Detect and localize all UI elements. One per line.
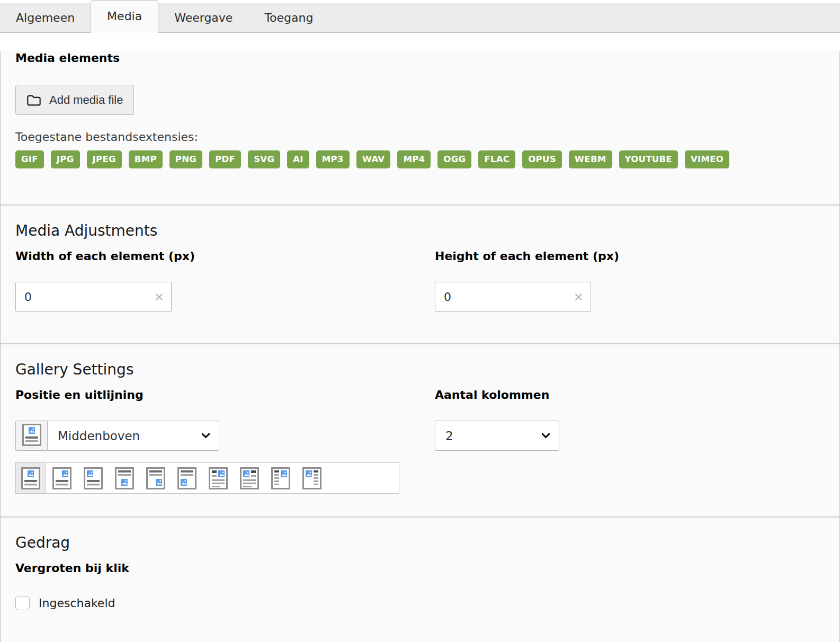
width-label: Width of each element (px) <box>15 249 420 264</box>
add-media-file-label: Add media file <box>49 93 123 107</box>
extension-badge-ai: AI <box>287 150 309 168</box>
clear-width-icon[interactable]: ✕ <box>154 291 164 303</box>
tab-media[interactable]: Media <box>91 0 158 33</box>
enlarge-on-click-checkbox[interactable] <box>15 596 30 610</box>
height-input[interactable] <box>435 282 591 312</box>
tab-bar: AlgemeenMediaWeergaveToegang <box>0 0 840 33</box>
extension-badge-vimeo: VIMEO <box>685 150 729 168</box>
orientation-image-below-center-button[interactable] <box>109 463 140 493</box>
image-above-center-icon <box>21 467 40 489</box>
width-input[interactable] <box>15 282 172 312</box>
extension-badge-gif: GIF <box>15 150 44 168</box>
extension-badge-png: PNG <box>169 150 202 168</box>
orientation-image-below-right-button[interactable] <box>140 463 171 493</box>
media-adjustments-heading: Media Adjustments <box>15 221 825 240</box>
extension-badge-mp3: MP3 <box>316 150 350 168</box>
tab-weergave[interactable]: Weergave <box>158 3 248 33</box>
behaviour-heading: Gedrag <box>15 533 825 552</box>
clear-height-icon[interactable]: ✕ <box>574 291 584 303</box>
orientation-image-in-text-right-button[interactable] <box>202 463 234 493</box>
image-in-text-left-icon <box>240 467 259 489</box>
columns-label: Aantal kolommen <box>435 388 839 403</box>
extension-badge-youtube: YOUTUBE <box>619 150 678 168</box>
allowed-extensions-label: Toegestane bestandsextensies: <box>15 130 825 145</box>
extension-badge-svg: SVG <box>248 150 280 168</box>
columns-select-value: 2 <box>445 429 453 443</box>
extension-badge-opus: OPUS <box>522 150 562 168</box>
extension-badge-jpg: JPG <box>51 150 80 168</box>
folder-icon <box>26 94 41 106</box>
orientation-image-above-right-button[interactable] <box>46 463 77 493</box>
chevron-down-icon <box>201 429 210 443</box>
image-below-right-icon <box>146 467 165 489</box>
orientation-image-above-left-button[interactable] <box>77 463 109 493</box>
position-select-addon <box>15 421 47 451</box>
extension-badge-flac: FLAC <box>478 150 515 168</box>
image-orientation-toolbar <box>15 462 399 494</box>
extension-badge-mp4: MP4 <box>397 150 431 168</box>
extension-badges: GIFJPGJPEGBMPPNGPDFSVGAIMP3WAVMP4OGGFLAC… <box>15 150 825 168</box>
gallery-settings-heading: Gallery Settings <box>15 360 825 379</box>
orientation-image-in-text-left-button[interactable] <box>234 463 265 493</box>
extension-badge-bmp: BMP <box>129 150 163 168</box>
image-below-left-icon <box>177 467 196 489</box>
extension-badge-pdf: PDF <box>209 150 241 168</box>
image-above-right-icon <box>52 467 72 489</box>
extension-badge-jpeg: JPEG <box>87 150 122 168</box>
tab-toegang[interactable]: Toegang <box>248 3 329 33</box>
image-beside-text-left-icon <box>302 467 321 489</box>
tab-algemeen[interactable]: Algemeen <box>0 3 91 33</box>
behaviour-section: Gedrag Vergroten bij klik Ingeschakeld <box>1 516 839 642</box>
position-select-value: Middenboven <box>58 429 140 443</box>
image-above-left-icon <box>84 467 103 489</box>
extension-badge-webm: WEBM <box>569 150 612 168</box>
media-elements-section: Media elements Add media file Toegestane… <box>1 51 839 204</box>
media-adjustments-section: Media Adjustments Width of each element … <box>1 204 839 343</box>
height-label: Height of each element (px) <box>435 249 839 264</box>
chevron-down-icon <box>541 429 550 443</box>
enlarge-on-click-label: Vergroten bij klik <box>15 561 825 576</box>
gallery-settings-section: Gallery Settings Positie en uitlijning M… <box>1 343 839 516</box>
add-media-file-button[interactable]: Add media file <box>15 85 134 115</box>
media-tab-panel: Media elements Add media file Toegestane… <box>0 51 840 642</box>
position-alignment-label: Positie en uitlijning <box>15 388 420 403</box>
orientation-image-below-left-button[interactable] <box>171 463 202 493</box>
columns-select[interactable]: 2 <box>435 421 559 451</box>
enabled-label: Ingeschakeld <box>39 596 115 610</box>
image-below-center-icon <box>115 467 134 489</box>
orientation-image-beside-text-right-button[interactable] <box>265 463 296 493</box>
image-in-text-right-icon <box>209 467 228 489</box>
image-above-center-icon <box>22 424 41 448</box>
media-elements-heading: Media elements <box>15 51 825 66</box>
orientation-image-beside-text-left-button[interactable] <box>296 463 327 493</box>
image-beside-text-right-icon <box>271 467 290 489</box>
extension-badge-ogg: OGG <box>437 150 471 168</box>
position-select[interactable]: Middenboven <box>47 421 219 451</box>
extension-badge-wav: WAV <box>356 150 391 168</box>
tabs: AlgemeenMediaWeergaveToegang <box>0 0 840 33</box>
orientation-image-above-center-button[interactable] <box>16 463 46 493</box>
